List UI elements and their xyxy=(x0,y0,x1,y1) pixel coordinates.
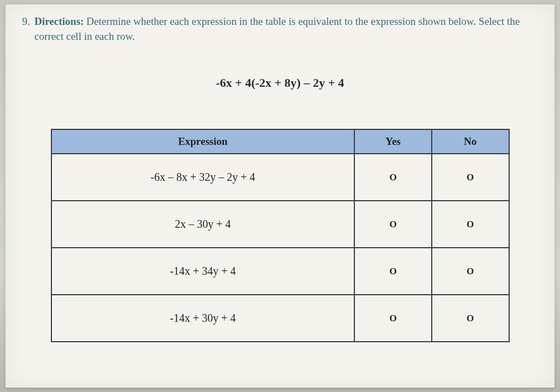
no-option[interactable]: O xyxy=(432,154,509,201)
yes-option[interactable]: O xyxy=(354,248,432,295)
question-text: Directions: Determine whether each expre… xyxy=(34,14,538,44)
yes-option[interactable]: O xyxy=(354,201,432,248)
header-no: No xyxy=(432,129,509,154)
question-number: 9. xyxy=(22,14,30,44)
yes-option[interactable]: O xyxy=(354,154,432,201)
no-option[interactable]: O xyxy=(432,248,509,295)
no-option[interactable]: O xyxy=(432,201,509,248)
table-row: 2x – 30y + 4 O O xyxy=(51,201,509,248)
expression-cell: -14x + 30y + 4 xyxy=(51,295,355,342)
question-block: 9. Directions: Determine whether each ex… xyxy=(22,14,538,44)
equivalence-table: Expression Yes No -6x – 8x + 32y – 2y + … xyxy=(51,129,510,342)
yes-option[interactable]: O xyxy=(354,295,432,342)
main-expression: -6x + 4(-2x + 8y) – 2y + 4 xyxy=(22,76,538,90)
table-wrap: Expression Yes No -6x – 8x + 32y – 2y + … xyxy=(51,129,510,342)
directions-label: Directions: xyxy=(34,15,83,27)
header-yes: Yes xyxy=(354,129,432,154)
table-row: -14x + 30y + 4 O O xyxy=(51,295,509,342)
table-row: -6x – 8x + 32y – 2y + 4 O O xyxy=(51,154,509,201)
expression-cell: 2x – 30y + 4 xyxy=(51,201,355,248)
header-expression: Expression xyxy=(51,129,355,154)
no-option[interactable]: O xyxy=(432,295,509,342)
table-row: -14x + 34y + 4 O O xyxy=(51,248,509,295)
directions-body: Determine whether each expression in the… xyxy=(34,15,520,42)
expression-cell: -6x – 8x + 32y – 2y + 4 xyxy=(51,154,355,201)
worksheet-page: 9. Directions: Determine whether each ex… xyxy=(6,4,554,388)
table-header-row: Expression Yes No xyxy=(51,129,509,154)
expression-cell: -14x + 34y + 4 xyxy=(51,248,355,295)
